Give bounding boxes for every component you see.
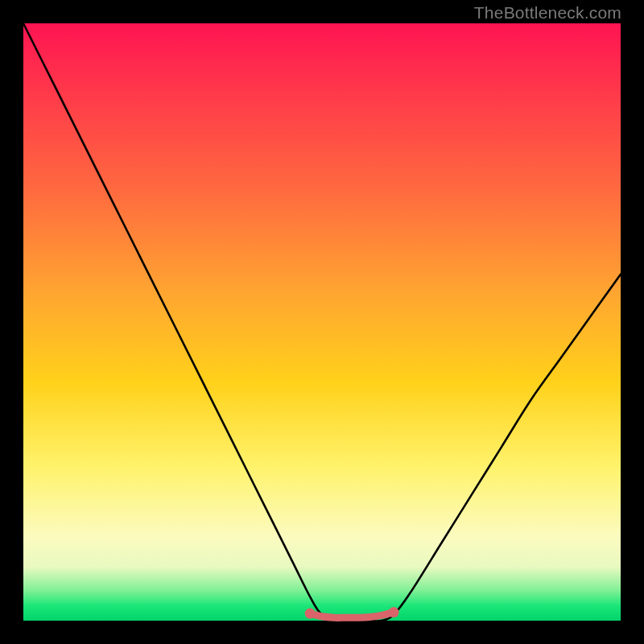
flat-bottom-marker — [305, 607, 399, 618]
bottleneck-curve — [23, 23, 621, 621]
svg-point-1 — [389, 607, 399, 617]
svg-point-0 — [305, 609, 316, 619]
chart-frame: TheBottleneck.com — [0, 0, 644, 644]
watermark-text: TheBottleneck.com — [474, 3, 621, 23]
chart-svg — [23, 23, 621, 621]
